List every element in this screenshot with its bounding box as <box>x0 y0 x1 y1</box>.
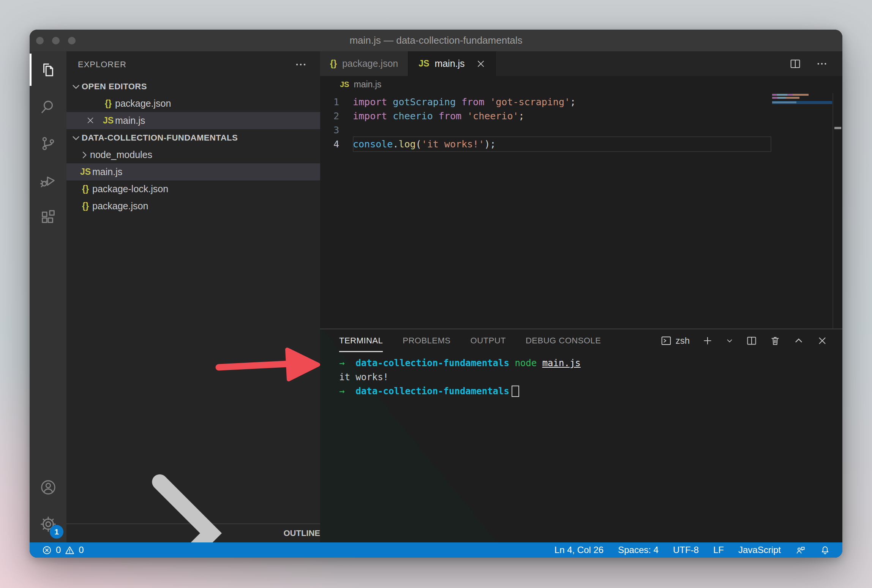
code-token: ( <box>416 139 422 150</box>
status-bar: 0 0 Ln 4, Col 26 Spaces: 4 UTF-8 LF Java… <box>30 542 842 558</box>
notifications-bell-icon[interactable] <box>820 545 830 555</box>
tree-item-main-js[interactable]: JS main.js <box>66 163 320 180</box>
code-token: gotScraping <box>387 96 456 107</box>
tree-item-node-modules[interactable]: node_modules <box>66 146 320 163</box>
code-line-current: 4 console.log('it works!'); <box>320 137 842 151</box>
breadcrumb[interactable]: JS main.js <box>320 76 842 93</box>
terminal-token: → <box>339 386 355 397</box>
line-number: 1 <box>320 96 339 107</box>
code-token <box>484 96 490 107</box>
code-token: console <box>353 139 393 150</box>
open-editors-header[interactable]: OPEN EDITORS <box>66 78 320 95</box>
code-token: 'got-scraping' <box>490 96 570 107</box>
activity-bar-extensions[interactable] <box>30 199 66 236</box>
tab-problems[interactable]: PROBLEMS <box>403 329 450 352</box>
terminal-token: it works! <box>339 372 389 383</box>
terminal-shell-selector[interactable]: zsh <box>660 335 690 346</box>
new-terminal-icon[interactable] <box>702 335 713 346</box>
code-token: ; <box>519 111 524 122</box>
feedback-icon[interactable] <box>795 545 806 555</box>
files-icon <box>39 61 57 79</box>
overview-ruler-marker <box>834 127 841 129</box>
overview-ruler[interactable] <box>833 93 842 329</box>
minimap-line <box>772 97 799 99</box>
terminal-line: → data-collection-fundamentals node main… <box>339 356 842 370</box>
more-actions-icon[interactable] <box>294 58 307 71</box>
code-token: import <box>353 96 387 107</box>
terminal-token <box>537 358 542 368</box>
code-line: 1 import gotScraping from 'got-scraping'… <box>320 95 842 109</box>
tab-package-json[interactable]: {} package.json <box>320 51 409 76</box>
tab-debug-console[interactable]: DEBUG CONSOLE <box>526 329 601 352</box>
open-editor-package-json[interactable]: {} package.json <box>66 95 320 112</box>
activity-bar-run-debug[interactable] <box>30 162 66 199</box>
tab-terminal[interactable]: TERMINAL <box>339 329 383 352</box>
kill-terminal-icon[interactable] <box>769 335 781 346</box>
json-file-icon: {} <box>330 58 337 69</box>
code-line: 2 import cheerio from 'cheerio'; <box>320 109 842 123</box>
terminal-token: → <box>339 358 355 368</box>
line-number: 3 <box>320 125 339 136</box>
close-tab-icon[interactable] <box>475 58 486 69</box>
line-number: 4 <box>320 139 339 150</box>
tree-item-package-lock-json[interactable]: {} package-lock.json <box>66 180 320 198</box>
extensions-icon <box>39 209 57 226</box>
maximize-panel-icon[interactable] <box>793 335 804 346</box>
warning-count: 0 <box>79 545 84 555</box>
split-terminal-icon[interactable] <box>746 335 757 346</box>
code-line: 3 <box>320 123 842 137</box>
json-file-icon: {} <box>79 184 92 194</box>
minimap[interactable] <box>772 94 832 104</box>
account-icon <box>39 479 57 496</box>
activity-bar: 1 <box>30 51 66 542</box>
outline-section-header[interactable]: OUTLINE <box>66 523 320 542</box>
chevron-down-icon <box>70 81 82 92</box>
encoding-status[interactable]: UTF-8 <box>673 545 699 555</box>
code-token: from <box>433 111 461 122</box>
chevron-right-icon <box>79 431 283 558</box>
panel-header: TERMINAL PROBLEMS OUTPUT DEBUG CONSOLE z… <box>320 329 842 352</box>
terminal-output[interactable]: → data-collection-fundamentals node main… <box>320 352 842 398</box>
code-token: import <box>353 111 387 122</box>
json-file-icon: {} <box>101 98 115 109</box>
terminal-cursor <box>512 386 519 397</box>
vscode-window: main.js — data-collection-fundamentals <box>30 30 842 558</box>
error-icon <box>42 545 52 555</box>
workspace-folder-header[interactable]: DATA-COLLECTION-FUNDAMENTALS <box>66 129 320 146</box>
open-editor-main-js[interactable]: JS main.js <box>66 112 320 129</box>
terminal-token: main.js <box>542 358 581 368</box>
activity-bar-account[interactable] <box>30 469 66 506</box>
activity-bar-search[interactable] <box>30 88 66 125</box>
error-count: 0 <box>56 545 61 555</box>
eol-status[interactable]: LF <box>713 545 724 555</box>
explorer-sidebar: EXPLORER OPEN EDITORS {} package.json JS… <box>66 51 320 542</box>
close-editor-icon[interactable] <box>85 115 99 126</box>
close-panel-icon[interactable] <box>817 335 828 346</box>
code-editor[interactable]: 1 import gotScraping from 'got-scraping'… <box>320 93 842 329</box>
launch-profile-dropdown-icon[interactable] <box>725 337 734 345</box>
language-mode[interactable]: JavaScript <box>738 545 781 555</box>
tab-main-js[interactable]: JS main.js <box>409 51 496 76</box>
minimap-line <box>772 94 809 96</box>
js-file-icon: JS <box>79 167 92 177</box>
shell-label: zsh <box>676 335 690 346</box>
split-editor-icon[interactable] <box>789 58 801 70</box>
line-number: 2 <box>320 111 339 122</box>
more-actions-icon[interactable] <box>816 58 828 70</box>
window-titlebar[interactable]: main.js — data-collection-fundamentals <box>30 30 842 51</box>
cursor-position[interactable]: Ln 4, Col 26 <box>554 545 603 555</box>
json-file-icon: {} <box>79 201 92 211</box>
editor-group: {} package.json JS main.js JS main.js <box>320 51 842 542</box>
activity-bar-explorer[interactable] <box>30 51 66 88</box>
problems-status[interactable]: 0 0 <box>42 545 84 555</box>
terminal-line: → data-collection-fundamentals <box>339 384 842 398</box>
minimap-current-line <box>772 101 832 104</box>
activity-bar-source-control[interactable] <box>30 125 66 162</box>
settings-badge: 1 <box>50 525 63 539</box>
tree-item-package-json[interactable]: {} package.json <box>66 198 320 215</box>
activity-bar-settings[interactable]: 1 <box>30 506 66 542</box>
chevron-right-icon <box>79 149 90 161</box>
tab-output[interactable]: OUTPUT <box>471 329 506 352</box>
indentation-status[interactable]: Spaces: 4 <box>618 545 659 555</box>
sidebar-title: EXPLORER <box>78 60 126 70</box>
